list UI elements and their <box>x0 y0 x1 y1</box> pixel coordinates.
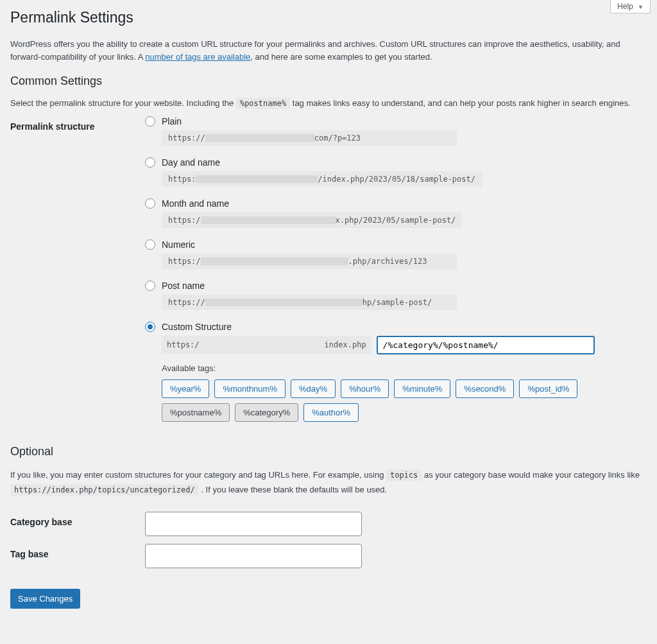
radio-plain-label: Plain <box>162 116 182 126</box>
custom-structure-input[interactable] <box>377 336 595 354</box>
page-title: Permalink Settings <box>10 9 647 26</box>
redacted-domain <box>201 216 336 224</box>
tag-post-id[interactable]: %post_id% <box>519 379 577 398</box>
tags-help-link[interactable]: number of tags are available <box>145 52 250 62</box>
optional-desc: If you like, you may enter custom struct… <box>10 467 647 498</box>
custom-url-prefix: https:/index.php <box>162 336 371 354</box>
permalink-structure-label: Permalink structure <box>10 116 145 132</box>
day-name-url-example: https:/index.php/2023/05/18/sample-post/ <box>162 171 482 187</box>
tag-year[interactable]: %year% <box>162 379 209 398</box>
radio-custom-label: Custom Structure <box>162 322 232 332</box>
radio-numeric-label: Numeric <box>162 239 195 250</box>
tag-second[interactable]: %second% <box>456 379 514 398</box>
radio-month-name[interactable] <box>145 198 155 209</box>
radio-post-name[interactable] <box>145 281 155 291</box>
redacted-domain <box>205 134 314 142</box>
radio-day-name[interactable] <box>145 157 155 168</box>
numeric-url-example: https:/.php/archives/123 <box>162 254 457 269</box>
common-settings-desc: Select the permalink structure for your … <box>10 97 647 110</box>
redacted-domain <box>205 299 363 306</box>
tag-base-input[interactable] <box>145 544 362 568</box>
save-button[interactable]: Save Changes <box>10 589 80 609</box>
radio-day-name-label: Day and name <box>162 157 220 168</box>
help-tab[interactable]: Help ▼ <box>610 0 651 13</box>
plain-url-example: https://com/?p=123 <box>162 130 457 146</box>
category-base-input[interactable] <box>145 512 362 536</box>
available-tags: %year% %monthnum% %day% %hour% %minute% … <box>162 379 647 422</box>
example-url-code: https://index.php/topics/uncategorized/ <box>10 484 199 496</box>
tag-category[interactable]: %category% <box>235 403 298 422</box>
tag-postname[interactable]: %postname% <box>162 403 230 422</box>
radio-post-name-label: Post name <box>162 281 205 291</box>
intro-text: WordPress offers you the ability to crea… <box>10 38 647 63</box>
redacted-domain <box>201 257 348 265</box>
help-tab-label: Help <box>617 2 633 11</box>
radio-month-name-label: Month and name <box>162 198 229 209</box>
chevron-down-icon: ▼ <box>638 4 644 10</box>
radio-custom[interactable] <box>145 322 155 332</box>
topics-code: topics <box>386 469 422 481</box>
tag-minute[interactable]: %minute% <box>394 379 450 398</box>
month-name-url-example: https:/x.php/2023/05/sample-post/ <box>162 213 462 228</box>
tag-author[interactable]: %author% <box>303 403 359 422</box>
available-tags-label: Available tags: <box>162 363 647 373</box>
postname-code: %postname% <box>236 98 290 109</box>
tag-monthnum[interactable]: %monthnum% <box>214 379 286 398</box>
radio-plain[interactable] <box>145 116 155 126</box>
category-base-label: Category base <box>10 512 145 527</box>
tag-base-label: Tag base <box>10 544 145 559</box>
redacted-domain <box>196 175 318 183</box>
tag-day[interactable]: %day% <box>291 379 336 398</box>
radio-numeric[interactable] <box>145 239 155 250</box>
post-name-url-example: https://hp/sample-post/ <box>162 295 457 310</box>
common-settings-heading: Common Settings <box>10 74 647 88</box>
optional-heading: Optional <box>10 445 647 458</box>
tag-hour[interactable]: %hour% <box>341 379 389 398</box>
